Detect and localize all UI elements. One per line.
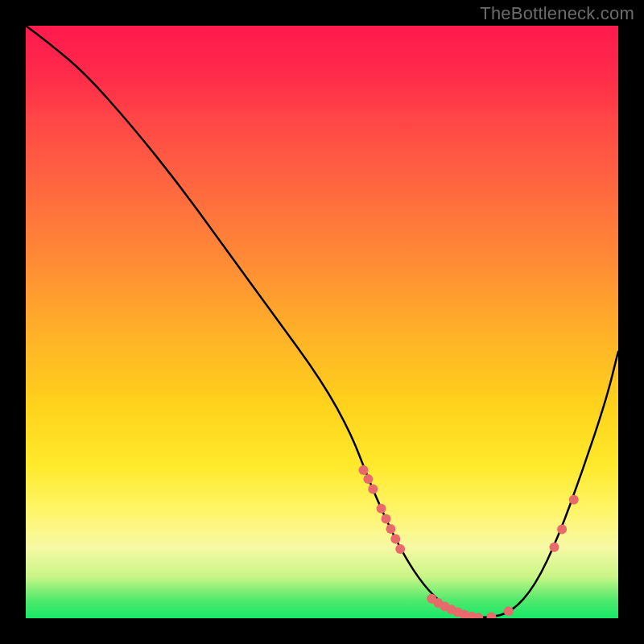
marker-left-cluster-1 xyxy=(359,465,369,475)
marker-left-cluster-2 xyxy=(363,474,373,484)
marker-bottom-9 xyxy=(487,613,497,619)
marker-right-cluster-1 xyxy=(550,543,559,552)
marker-group xyxy=(359,465,579,618)
marker-right-cluster-3 xyxy=(569,495,579,505)
plot-area xyxy=(26,26,618,618)
chart-frame: TheBottleneck.com xyxy=(0,0,644,644)
watermark-text: TheBottleneck.com xyxy=(480,3,634,24)
bottleneck-curve xyxy=(26,26,618,617)
marker-left-cluster-7 xyxy=(390,534,400,543)
marker-left-cluster-4 xyxy=(377,504,386,514)
marker-bottom-right-1 xyxy=(504,606,514,616)
curve-layer xyxy=(26,26,618,618)
marker-left-cluster-6 xyxy=(386,524,395,534)
marker-left-cluster-5 xyxy=(382,514,391,523)
marker-right-cluster-2 xyxy=(557,525,567,535)
marker-left-cluster-8 xyxy=(395,544,405,554)
marker-left-cluster-3 xyxy=(368,485,378,494)
